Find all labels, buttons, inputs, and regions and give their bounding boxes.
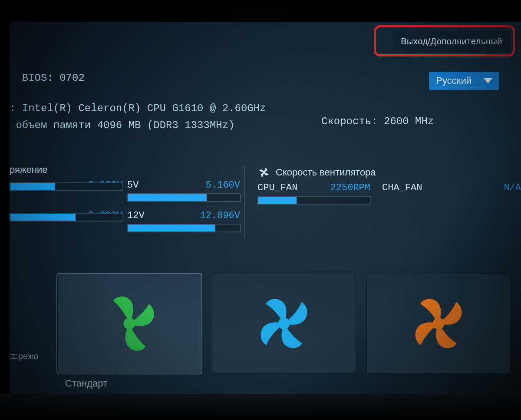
bios-easy-mode-screen: Выход/Дополнительный Русский BIOS: 0702 … (0, 0, 521, 420)
photo-vignette (0, 0, 521, 420)
